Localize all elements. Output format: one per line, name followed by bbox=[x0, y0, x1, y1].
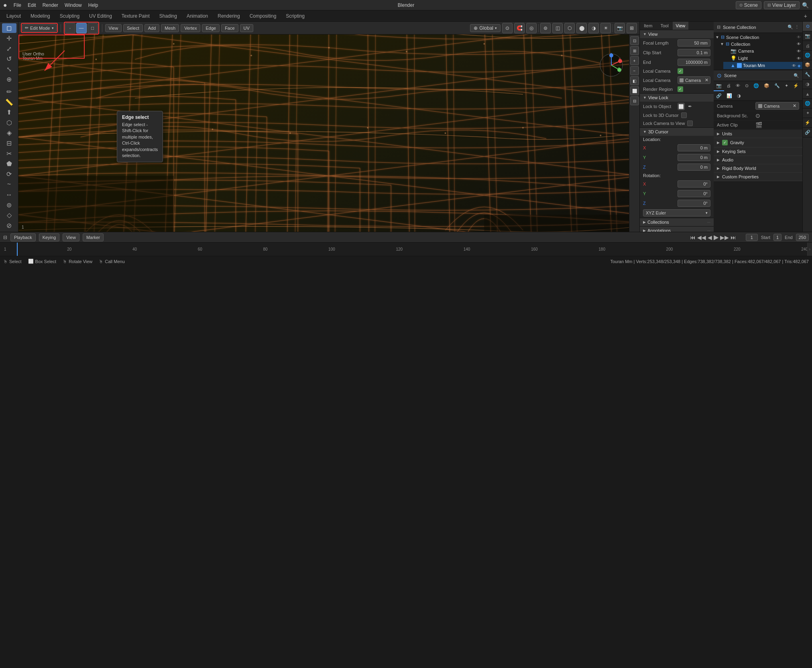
view-menu-btn[interactable]: View bbox=[105, 24, 122, 32]
tab-scripting[interactable]: Scripting bbox=[281, 12, 309, 20]
prop-tab-data[interactable]: 📊 bbox=[724, 91, 735, 100]
ri-tab-particles[interactable]: ✦ bbox=[803, 108, 812, 118]
toggle-n-panel-btn[interactable]: ◧ bbox=[630, 76, 639, 85]
zoom-in-btn[interactable]: + bbox=[630, 56, 639, 65]
select-tool-btn[interactable]: ◻ bbox=[2, 23, 16, 33]
playback-btn[interactable]: Playback bbox=[10, 233, 36, 241]
play-btn[interactable]: ▶ bbox=[714, 233, 718, 241]
focal-length-value[interactable]: 50 mm bbox=[678, 39, 710, 47]
measure-tool-btn[interactable]: 📏 bbox=[2, 97, 16, 107]
menu-window[interactable]: Window bbox=[61, 2, 85, 9]
menu-render[interactable]: Render bbox=[39, 2, 61, 9]
num-pad-btn[interactable]: ⊞ bbox=[630, 46, 639, 55]
lock-to-object-eyedropper[interactable]: ✒ bbox=[688, 104, 692, 109]
start-frame-input[interactable]: 1 bbox=[773, 234, 781, 241]
menu-edit[interactable]: Edit bbox=[24, 2, 39, 9]
camera-val-close[interactable]: ✕ bbox=[793, 103, 796, 108]
rotate-tool-btn[interactable]: ↺ bbox=[2, 54, 16, 64]
ri-tab-render[interactable]: 📷 bbox=[803, 31, 812, 41]
scene-props-search-btn[interactable]: 🔍 bbox=[794, 73, 799, 78]
col-vis-icon[interactable]: 👁 bbox=[797, 42, 801, 46]
n-panel-cursor-header[interactable]: ▼ 3D Cursor bbox=[640, 128, 714, 136]
move-tool-btn[interactable]: ⤢ bbox=[2, 44, 16, 53]
zoom-to-fit-btn[interactable]: ⊡ bbox=[630, 36, 639, 45]
view-layer-selector[interactable]: ⊟ View Layer bbox=[764, 1, 800, 9]
add-menu-btn[interactable]: Add bbox=[144, 24, 160, 32]
vertex-select-btn[interactable]: · bbox=[65, 23, 75, 33]
cursor-x-value[interactable]: 0 m bbox=[678, 144, 710, 151]
outliner-options-btn[interactable]: ⋮ bbox=[795, 25, 799, 30]
cursor-z-value[interactable]: 0 m bbox=[678, 163, 710, 171]
lock-camera-to-view-checkbox[interactable] bbox=[687, 121, 693, 126]
ri-tab-object[interactable]: 📦 bbox=[803, 60, 812, 70]
material-shading-btn[interactable]: ◑ bbox=[588, 23, 599, 33]
snap-btn[interactable]: 🧲 bbox=[514, 23, 525, 33]
edge-slide-tool-btn[interactable]: ↔ bbox=[2, 190, 16, 200]
camera-view-btn[interactable]: 📷 bbox=[615, 23, 625, 33]
menu-file[interactable]: File bbox=[10, 2, 24, 9]
ri-tab-data[interactable]: ▲ bbox=[803, 89, 812, 99]
face-select-btn[interactable]: □ bbox=[88, 23, 98, 33]
light-vis-icon[interactable]: 👁 bbox=[797, 56, 801, 61]
proportional-btn[interactable]: ◎ bbox=[526, 23, 537, 33]
outliner-scene-collection[interactable]: ▼ ⊟ Scene Collection 👁 bbox=[714, 34, 802, 41]
ri-tab-output[interactable]: 🖨 bbox=[803, 41, 812, 51]
tab-rendering[interactable]: Rendering bbox=[213, 12, 244, 20]
camera-prop-value[interactable]: Camera ✕ bbox=[755, 102, 799, 110]
gizmo-btn[interactable]: ⊞ bbox=[627, 23, 637, 33]
cursor-mode-selector[interactable]: XYZ Euler ▾ bbox=[643, 209, 710, 217]
smooth-tool-btn[interactable]: ~ bbox=[2, 180, 16, 189]
tab-animation[interactable]: Animation bbox=[182, 12, 213, 20]
knife-tool-btn[interactable]: ✂ bbox=[2, 149, 16, 158]
ri-tab-view[interactable]: 🌐 bbox=[803, 51, 812, 60]
prop-tab-render[interactable]: 📷 bbox=[714, 81, 724, 91]
keying-sets-section-header[interactable]: ▶ Keying Sets bbox=[714, 147, 802, 155]
prop-tab-modifier[interactable]: 🔧 bbox=[772, 81, 782, 91]
menu-help[interactable]: Help bbox=[85, 2, 102, 9]
scene-selector[interactable]: ⊙ Scene bbox=[736, 1, 761, 9]
n-panel-view-header[interactable]: ▼ View bbox=[640, 30, 714, 38]
close-camera-btn[interactable]: ✕ bbox=[705, 78, 708, 83]
tab-compositing[interactable]: Compositing bbox=[245, 12, 281, 20]
ri-tab-modifier[interactable]: 🔧 bbox=[803, 70, 812, 80]
tab-modeling[interactable]: Modeling bbox=[26, 12, 55, 20]
poly-build-tool-btn[interactable]: ⬟ bbox=[2, 159, 16, 169]
prop-tab-scene[interactable]: ⊙ bbox=[743, 81, 751, 91]
axis-gizmo[interactable]: X Y Z bbox=[598, 52, 624, 78]
cursor-ry-value[interactable]: 0° bbox=[678, 190, 710, 197]
overlay-btn[interactable]: ⊜ bbox=[540, 23, 551, 33]
add-workspace-btn[interactable]: + bbox=[804, 13, 807, 19]
shrink-tool-btn[interactable]: ⊚ bbox=[2, 200, 16, 210]
prop-tab-particles[interactable]: ✦ bbox=[782, 81, 791, 91]
marker-btn[interactable]: Marker bbox=[83, 233, 104, 241]
search-icon[interactable]: 🔍 bbox=[802, 2, 809, 8]
n-tab-tool[interactable]: Tool bbox=[656, 22, 672, 30]
n-panel-view-lock-header[interactable]: ▼ View Lock bbox=[640, 94, 714, 102]
mode-dropdown[interactable]: ✏ Edit Mode ▾ bbox=[22, 24, 57, 32]
outliner-filter-btn[interactable]: 🔍 bbox=[788, 25, 793, 30]
outliner-light[interactable]: 💡 Light 👁 bbox=[723, 55, 802, 62]
play-start-btn[interactable]: ⏮ bbox=[690, 234, 696, 241]
spin-tool-btn[interactable]: ⟳ bbox=[2, 169, 16, 179]
keying-btn[interactable]: Keying bbox=[39, 233, 60, 241]
n-tab-view[interactable]: View bbox=[673, 22, 689, 30]
face-menu-btn[interactable]: Face bbox=[221, 24, 238, 32]
pivot-btn[interactable]: ⊙ bbox=[502, 23, 513, 33]
timeline-scroll-right[interactable]: › bbox=[807, 243, 812, 256]
play-end-btn[interactable]: ⏭ bbox=[731, 234, 736, 241]
outliner-collection[interactable]: ▼ ⊟ Collection 👁 bbox=[718, 41, 802, 47]
ri-tab-material[interactable]: ◑ bbox=[803, 80, 812, 89]
blender-logo[interactable]: ● bbox=[3, 2, 7, 9]
toggle-quad-btn[interactable]: ⊟ bbox=[630, 96, 639, 105]
rip-tool-btn[interactable]: ⊘ bbox=[2, 221, 16, 231]
n-panel-collections-header[interactable]: ▶ Collections ··· bbox=[640, 218, 714, 226]
clip-start-value[interactable]: 0.1 m bbox=[678, 49, 710, 56]
zoom-out-btn[interactable]: − bbox=[630, 66, 639, 75]
background-sc-icon[interactable]: ⊙ bbox=[755, 112, 760, 119]
bevel-tool-btn[interactable]: ◈ bbox=[2, 128, 16, 138]
view-timeline-btn[interactable]: View bbox=[63, 233, 79, 241]
step-back-btn[interactable]: ◀◀ bbox=[697, 234, 706, 241]
cam-vis-icon[interactable]: 👁 bbox=[797, 49, 801, 53]
clip-end-value[interactable]: 1000000 m bbox=[678, 59, 710, 66]
uv-menu-btn[interactable]: UV bbox=[240, 24, 253, 32]
